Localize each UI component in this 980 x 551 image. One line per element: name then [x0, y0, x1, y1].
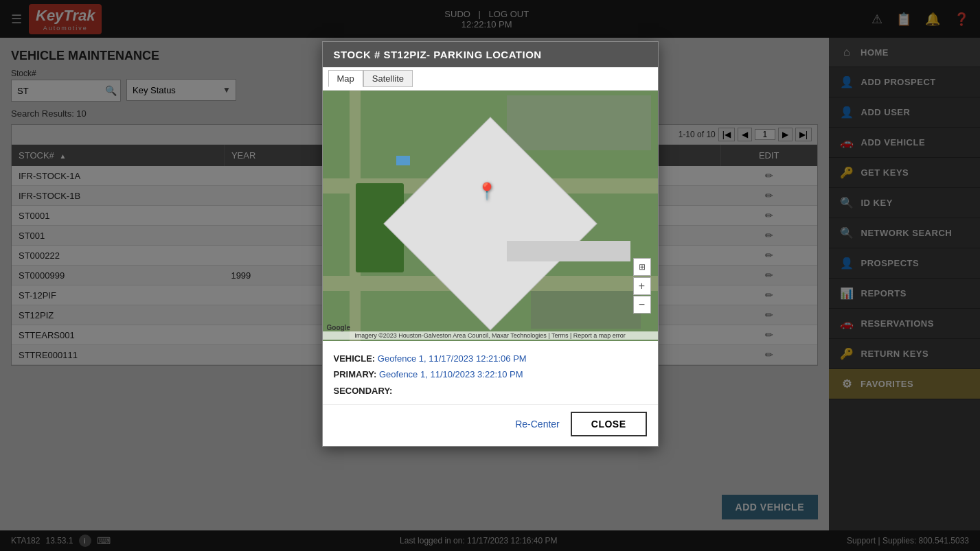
satellite-map: 📍 ⊞ + − Google Imagery ©2023 Houston-Gal… — [323, 91, 658, 341]
primary-value: Geofence 1, — [379, 369, 430, 379]
map-container: 📍 ⊞ + − Google Imagery ©2023 Houston-Gal… — [323, 91, 658, 341]
parking-top-right — [507, 95, 651, 150]
zoom-in-button[interactable]: + — [633, 277, 651, 295]
secondary-info-row: SECONDARY: — [334, 383, 647, 399]
parking-location-modal: STOCK # ST12PIZ- PARKING LOCATION Map Sa… — [322, 41, 659, 447]
secondary-label: SECONDARY: — [334, 386, 393, 396]
primary-date: 11/10/2023 3:22:10 PM — [430, 369, 523, 379]
parking-bottom — [531, 291, 641, 329]
recenter-button[interactable]: Re-Center — [515, 419, 560, 430]
blue-structure — [396, 156, 410, 165]
zoom-out-button[interactable]: − — [633, 296, 651, 314]
vehicle-info-row: VEHICLE: Geofence 1, 11/17/2023 12:21:06… — [334, 351, 647, 366]
google-logo: Google — [327, 324, 350, 331]
map-attribution: Imagery ©2023 Houston-Galveston Area Cou… — [323, 331, 658, 340]
modal-overlay: STOCK # ST12PIZ- PARKING LOCATION Map Sa… — [0, 0, 980, 551]
map-tab-map[interactable]: Map — [328, 70, 363, 87]
modal-footer: Re-Center CLOSE — [323, 404, 658, 446]
modal-info: VEHICLE: Geofence 1, 11/17/2023 12:21:06… — [323, 341, 658, 404]
map-pin: 📍 — [477, 182, 497, 201]
building-addon — [507, 241, 630, 261]
vehicle-date: 11/17/2023 12:21:06 PM — [429, 353, 526, 364]
zoom-controls: + − — [633, 277, 651, 314]
modal-header: STOCK # ST12PIZ- PARKING LOCATION — [323, 42, 658, 67]
layers-button[interactable]: ⊞ — [633, 258, 651, 276]
primary-info-row: PRIMARY: Geofence 1, 11/10/2023 3:22:10 … — [334, 366, 647, 382]
map-tab-satellite[interactable]: Satellite — [363, 70, 413, 87]
close-button[interactable]: CLOSE — [571, 412, 647, 436]
vehicle-label: VEHICLE: — [334, 353, 376, 364]
map-tab-bar: Map Satellite — [323, 67, 658, 91]
vehicle-value: Geofence 1, — [378, 353, 429, 364]
primary-label: PRIMARY: — [334, 369, 377, 379]
